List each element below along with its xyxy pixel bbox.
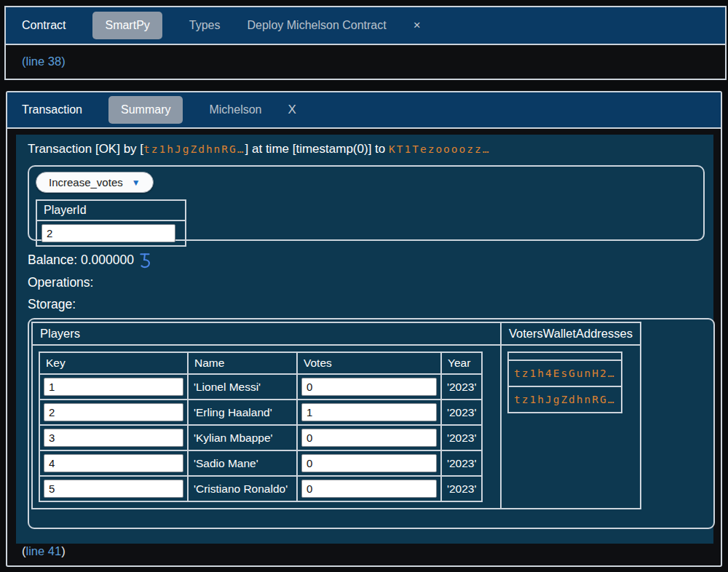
column-votes: Votes [297, 352, 441, 374]
voters-spacer-cell [508, 352, 622, 360]
tab-types[interactable]: Types [189, 19, 221, 32]
player-year: '2023' [441, 400, 482, 425]
players-row: 'Lionel Messi' '2023' [39, 374, 482, 400]
column-key: Key [39, 352, 188, 374]
voters-table: tz1h4EsGunH2… tz1hJgZdhnRG… [507, 351, 622, 413]
tab-contract[interactable]: Contract [22, 19, 66, 32]
player-votes-input[interactable] [301, 454, 437, 472]
voter-address: tz1h4EsGunH2… [508, 360, 622, 386]
player-id-input[interactable] [41, 224, 175, 242]
operations-label: Operations: [28, 275, 702, 290]
parameter-input-cell [36, 221, 186, 246]
column-year: Year [441, 352, 482, 374]
player-votes-input[interactable] [301, 378, 437, 396]
parameter-table: PlayerId [36, 199, 186, 247]
summary-content: Transaction [OK] by [tz1hJgZdhnRG…] at t… [16, 135, 713, 544]
players-row: 'Kylian Mbappe' '2023' [39, 425, 482, 450]
players-column-row: Key Name Votes Year [39, 352, 482, 374]
transaction-title: Transaction [OK] by [tz1hJgZdhnRG…] at t… [28, 142, 702, 156]
close-x-tab[interactable]: X [288, 103, 296, 117]
sender-address: tz1hJgZdhnRG… [143, 143, 245, 155]
player-votes-input[interactable] [301, 480, 437, 498]
chevron-down-icon: ▼ [132, 178, 141, 187]
entrypoint-box: Increase_votes ▼ PlayerId [28, 165, 705, 241]
voter-address: tz1hJgZdhnRG… [508, 386, 622, 413]
balance-label: Balance: 0.000000 [28, 253, 134, 268]
line-reference-41: (line 41) [22, 541, 66, 561]
line-reference-38: (line 38) [6, 45, 725, 77]
player-votes-input[interactable] [301, 429, 437, 447]
player-name: 'Cristiano Ronaldo' [188, 476, 297, 501]
player-year: '2023' [441, 450, 482, 476]
tab-summary[interactable]: Summary [108, 96, 183, 124]
line-ref-close-paren: ) [61, 544, 66, 558]
tab-michelson[interactable]: Michelson [209, 103, 261, 116]
smartpy-output-screen: Contract SmartPy Types Deploy Michelson … [0, 0, 728, 572]
contract-panel: Contract SmartPy Types Deploy Michelson … [4, 6, 727, 80]
player-key-input[interactable] [44, 454, 183, 472]
transaction-title-middle: ] at time [timestamp(0)] to [245, 142, 389, 156]
players-cell: Key Name Votes Year 'Lionel Messi' '20 [32, 345, 501, 509]
player-key-input[interactable] [44, 378, 183, 396]
player-year: '2023' [441, 476, 482, 501]
storage-table: Players VotersWalletAddresses Key Name V… [31, 322, 641, 509]
player-year: '2023' [441, 425, 482, 450]
players-row: 'Erling Haaland' '2023' [39, 400, 482, 425]
balance-line: Balance: 0.000000 [28, 251, 702, 269]
target-address: KT1Tezoooozz… [389, 143, 491, 155]
player-key-input[interactable] [44, 429, 183, 447]
voters-cell: tz1h4EsGunH2… tz1hJgZdhnRG… [501, 345, 641, 509]
player-name: 'Kylian Mbappe' [188, 425, 297, 450]
column-name: Name [188, 352, 297, 374]
close-icon[interactable]: × [414, 18, 421, 33]
entrypoint-label: Increase_votes [49, 176, 123, 188]
player-year: '2023' [441, 374, 482, 400]
players-header: Players [32, 322, 501, 345]
voters-header: VotersWalletAddresses [501, 322, 641, 345]
player-name: 'Sadio Mane' [188, 450, 297, 476]
output-panel: Transaction Summary Michelson X Transact… [6, 91, 722, 567]
output-tabbar: Transaction Summary Michelson X [7, 92, 721, 129]
entrypoint-dropdown[interactable]: Increase_votes ▼ [36, 172, 154, 193]
player-name: 'Lionel Messi' [188, 374, 297, 400]
players-row: 'Cristiano Ronaldo' '2023' [39, 476, 482, 501]
tab-deploy-michelson-contract[interactable]: Deploy Michelson Contract [248, 19, 387, 32]
players-row: 'Sadio Mane' '2023' [39, 450, 482, 476]
player-votes-input[interactable] [301, 403, 437, 421]
player-key-input[interactable] [44, 403, 183, 421]
storage-label: Storage: [28, 297, 702, 312]
line-ref-close-paren: ) [61, 55, 66, 68]
parameter-name: PlayerId [36, 200, 186, 221]
player-name: 'Erling Haaland' [188, 400, 297, 425]
tab-transaction[interactable]: Transaction [22, 103, 82, 116]
contract-tabbar: Contract SmartPy Types Deploy Michelson … [6, 7, 725, 45]
line-38-link[interactable]: line 38 [26, 55, 62, 68]
tab-smartpy[interactable]: SmartPy [92, 12, 162, 39]
tez-icon [138, 253, 151, 269]
line-41-link[interactable]: line 41 [26, 544, 62, 558]
transaction-title-prefix: Transaction [OK] by [ [28, 142, 143, 156]
players-table: Key Name Votes Year 'Lionel Messi' '20 [39, 351, 483, 502]
player-key-input[interactable] [44, 480, 183, 498]
storage-box: Players VotersWalletAddresses Key Name V… [28, 318, 715, 529]
